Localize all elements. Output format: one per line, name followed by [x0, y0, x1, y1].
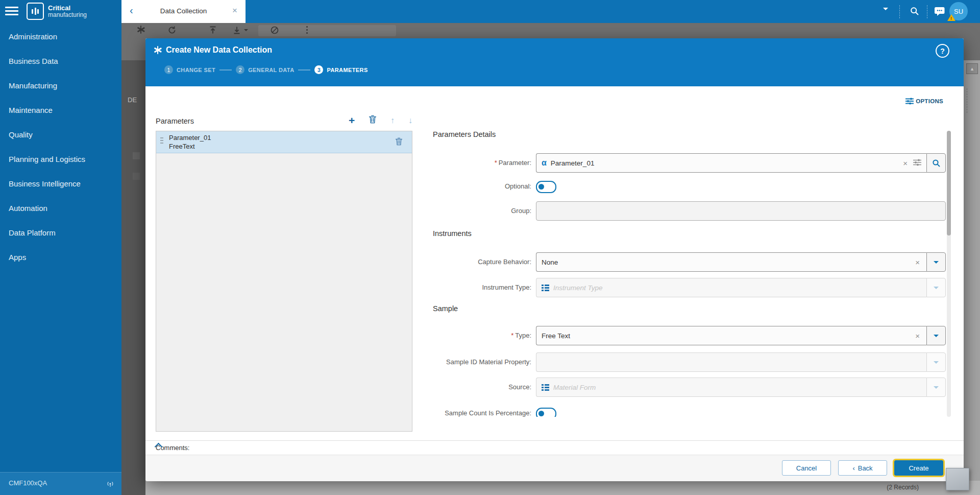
- search-icon: [932, 159, 941, 168]
- sample-heading: Sample: [433, 304, 458, 313]
- cancel-button[interactable]: Cancel: [782, 460, 831, 476]
- parameter-list-item[interactable]: Parameter_01 FreeText: [156, 131, 412, 153]
- back-button[interactable]: ‹ Back: [838, 460, 887, 476]
- sample-id-label: Sample ID Material Property:: [433, 352, 536, 372]
- sample-id-row: Sample ID Material Property:: [433, 352, 946, 372]
- sidebar-item-manufacturing[interactable]: Manufacturing: [0, 74, 121, 98]
- toolbar-refresh-icon[interactable]: [167, 26, 177, 37]
- capture-behavior-dropdown-button[interactable]: [926, 252, 946, 272]
- details-heading: Parameters Details: [433, 130, 496, 138]
- chevron-down-icon: [934, 261, 939, 266]
- details-scrollbar: [947, 131, 951, 417]
- drag-handle-icon[interactable]: [160, 137, 163, 145]
- tab-data-collection[interactable]: ‹ Data Collection ×: [121, 0, 246, 23]
- parameter-item-type: FreeText: [169, 143, 195, 150]
- group-input[interactable]: [536, 201, 946, 221]
- sidebar-item-apps[interactable]: Apps: [0, 245, 121, 270]
- comments-bar[interactable]: Comments:: [145, 440, 964, 455]
- dialog-header: Create New Data Collection ? 1 CHANGE SE…: [145, 38, 964, 86]
- optional-label: Optional:: [433, 181, 536, 193]
- details-clip-edge: [426, 417, 954, 440]
- step-parameters[interactable]: 3 PARAMETERS: [314, 65, 368, 74]
- backdrop-text-fragment: DE: [128, 96, 137, 104]
- tab-close-icon[interactable]: ×: [232, 6, 237, 16]
- backdrop-grid-edge: [967, 88, 967, 113]
- alpha-type-icon: α: [542, 158, 547, 168]
- scrollbar-thumb[interactable]: [947, 131, 951, 235]
- sidebar-item-business-data[interactable]: Business Data: [0, 49, 121, 74]
- step-number: 3: [314, 65, 323, 74]
- type-dropdown-button[interactable]: [926, 326, 946, 345]
- toolbar-import-icon[interactable]: [208, 26, 217, 37]
- wizard-steps: 1 CHANGE SET 2 GENERAL DATA 3 PARAMETERS: [164, 65, 368, 74]
- step-general-data[interactable]: 2 GENERAL DATA: [236, 65, 294, 74]
- toolbar-more-icon[interactable]: [306, 26, 308, 34]
- tabs-overflow-icon[interactable]: [883, 10, 888, 19]
- backdrop-button-fragment: ▴: [966, 63, 978, 74]
- sidebar-item-maintenance[interactable]: Maintenance: [0, 98, 121, 123]
- instrument-type-input: Instrument Type: [536, 278, 926, 297]
- toolbar-export-caret-icon[interactable]: [244, 29, 248, 33]
- capture-behavior-input[interactable]: None ×: [536, 252, 926, 272]
- clear-icon[interactable]: ×: [914, 332, 921, 340]
- create-button[interactable]: Create: [894, 460, 943, 476]
- app-screen: DE ▴ (2 Records) Critical manufacturing …: [0, 0, 980, 495]
- sample-id-input: [536, 352, 926, 372]
- instrument-type-placeholder: Instrument Type: [553, 284, 603, 292]
- sidebar-item-automation[interactable]: Automation: [0, 196, 121, 221]
- source-input: Material Form: [536, 378, 926, 397]
- instrument-type-label: Instrument Type:: [433, 278, 536, 297]
- parameter-input[interactable]: α Parameter_01 ×: [536, 153, 926, 173]
- environment-badge[interactable]: CMF100xQA: [0, 472, 121, 495]
- clear-icon[interactable]: ×: [901, 159, 909, 168]
- step-change-set[interactable]: 1 CHANGE SET: [164, 65, 215, 74]
- toolbar-export-icon[interactable]: [232, 26, 241, 37]
- warning-badge-icon: !: [947, 14, 955, 21]
- step-label: CHANGE SET: [177, 67, 215, 73]
- global-search-icon[interactable]: [910, 6, 920, 18]
- drag-ghost-cube: [946, 468, 969, 490]
- sidebar-item-planning-logistics[interactable]: Planning and Logistics: [0, 147, 121, 172]
- menu-icon[interactable]: [5, 7, 18, 16]
- step-connector: [219, 69, 232, 70]
- source-placeholder: Material Form: [553, 384, 596, 391]
- source-dropdown-button: [926, 378, 946, 397]
- sidebar-item-quality[interactable]: Quality: [0, 123, 121, 147]
- create-data-collection-dialog: Create New Data Collection ? 1 CHANGE SE…: [145, 38, 964, 481]
- brand-subname: manufacturing: [48, 12, 87, 18]
- parameter-item-name: Parameter_01: [169, 134, 211, 142]
- parameters-list-title: Parameters: [156, 117, 194, 125]
- sidebar-item-business-intelligence[interactable]: Business Intelligence: [0, 172, 121, 196]
- topbar-separator: [899, 5, 900, 18]
- chevron-down-icon: [934, 386, 939, 391]
- environment-name: CMF100xQA: [9, 479, 47, 487]
- toolbar-new-icon[interactable]: [137, 26, 145, 34]
- sidebar-item-data-platform[interactable]: Data Platform: [0, 221, 121, 245]
- parameter-label: *Parameter:: [433, 153, 536, 173]
- move-down-button[interactable]: ↓: [408, 115, 412, 126]
- help-icon[interactable]: ?: [936, 44, 949, 58]
- sample-id-dropdown-button: [926, 352, 946, 372]
- add-parameter-button[interactable]: +: [349, 115, 355, 126]
- capture-behavior-value: None: [542, 258, 558, 266]
- sidebar-item-administration[interactable]: Administration: [0, 25, 121, 49]
- optional-row: Optional:: [433, 181, 946, 193]
- move-up-button[interactable]: ↑: [390, 115, 395, 126]
- options-button[interactable]: OPTIONS: [905, 98, 943, 105]
- clear-icon[interactable]: ×: [914, 258, 921, 267]
- type-input[interactable]: Free Text ×: [536, 326, 926, 345]
- delete-parameter-button[interactable]: [369, 115, 377, 126]
- sidebar-nav: Administration Business Data Manufacturi…: [0, 25, 121, 270]
- group-row: Group:: [433, 201, 946, 221]
- source-row: Source: Material Form: [433, 378, 946, 397]
- toolbar-disable-icon[interactable]: [270, 26, 279, 37]
- row-delete-icon[interactable]: [395, 137, 403, 148]
- messages-icon[interactable]: [934, 7, 945, 18]
- parameter-search-button[interactable]: [926, 153, 946, 173]
- tab-title: Data Collection: [121, 7, 246, 15]
- filter-icon[interactable]: [913, 159, 921, 168]
- entity-list-icon: [542, 285, 549, 291]
- brand-name: Critical: [48, 5, 87, 12]
- brand-logo[interactable]: Critical manufacturing: [27, 3, 87, 20]
- optional-toggle[interactable]: [536, 181, 556, 193]
